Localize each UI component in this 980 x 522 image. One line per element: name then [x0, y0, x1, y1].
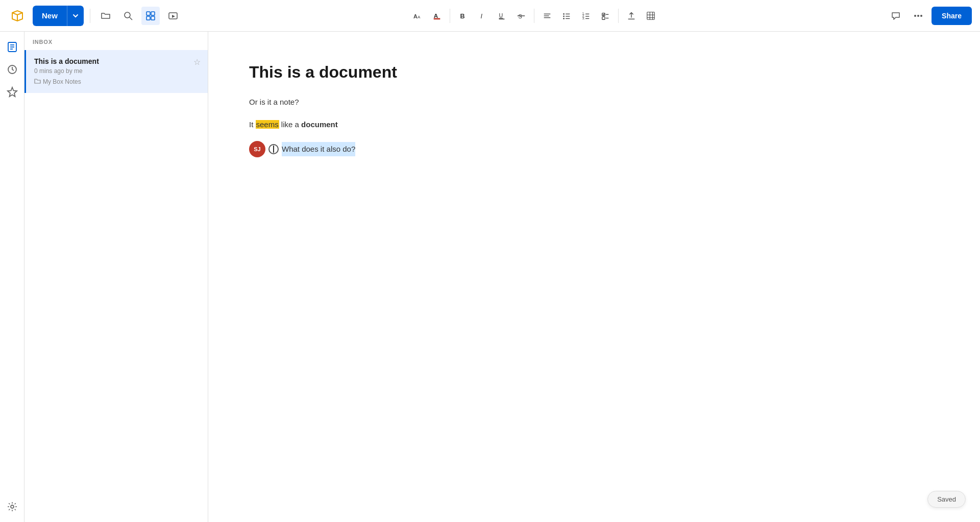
main-area: INBOX This is a document 0 mins ago by m… — [0, 32, 980, 522]
toolbar-left: New — [8, 6, 182, 26]
new-dropdown-button[interactable] — [67, 6, 84, 26]
svg-rect-3 — [146, 12, 150, 15]
svg-point-45 — [914, 15, 916, 17]
folder-button[interactable] — [96, 7, 115, 25]
svg-text:A: A — [418, 14, 421, 19]
text-cursor — [273, 146, 274, 153]
new-button[interactable]: New — [33, 6, 67, 26]
user-avatar: SJ — [249, 141, 265, 157]
note-meta: 0 mins ago by me — [34, 67, 200, 75]
svg-rect-36 — [602, 16, 605, 19]
note-location: My Box Notes — [34, 78, 200, 86]
more-options-button[interactable] — [909, 7, 927, 25]
formatting-toolbar: A A A B I U S — [186, 7, 883, 25]
paragraph-2-bold: document — [301, 120, 338, 129]
svg-point-26 — [564, 18, 565, 19]
svg-text:A: A — [413, 13, 418, 19]
insert-button[interactable] — [623, 7, 640, 25]
svg-text:3.: 3. — [582, 16, 585, 20]
numbered-list-button[interactable]: 1. 2. 3. — [577, 7, 595, 25]
paragraph-2-middle: like a — [279, 120, 301, 129]
bullet-list-button[interactable] — [558, 7, 575, 25]
svg-rect-6 — [151, 16, 155, 20]
align-button[interactable] — [538, 7, 556, 25]
paragraph-2-prefix: It — [249, 120, 256, 129]
underline-button[interactable]: U — [493, 7, 510, 25]
svg-text:A: A — [434, 12, 438, 18]
format-divider-2 — [534, 9, 534, 23]
note-star-icon[interactable]: ☆ — [193, 57, 201, 67]
italic-button[interactable]: I — [474, 7, 491, 25]
svg-marker-53 — [8, 87, 17, 97]
font-size-button[interactable]: A A — [409, 7, 426, 25]
paragraph-2-highlight: seems — [256, 120, 279, 129]
sidebar-item-starred[interactable] — [3, 83, 21, 101]
comment-button[interactable] — [887, 7, 905, 25]
font-color-button[interactable]: A — [428, 7, 446, 25]
bold-button[interactable]: B — [454, 7, 472, 25]
svg-point-22 — [564, 13, 565, 15]
icon-sidebar — [0, 32, 24, 522]
paragraph-2: It seems like a document — [249, 118, 939, 131]
document-title: This is a document — [249, 62, 939, 82]
svg-point-47 — [920, 15, 922, 17]
svg-point-24 — [564, 15, 565, 17]
new-button-group: New — [33, 6, 84, 26]
sidebar-item-recent[interactable] — [3, 60, 21, 79]
svg-text:U: U — [499, 12, 503, 18]
note-title: This is a document — [34, 57, 200, 65]
toolbar-right: Share — [887, 7, 972, 25]
folder-small-icon — [34, 78, 41, 86]
svg-point-54 — [11, 505, 14, 508]
saved-badge: Saved — [927, 491, 966, 508]
svg-rect-40 — [647, 12, 654, 19]
svg-point-1 — [125, 12, 130, 18]
note-location-text: My Box Notes — [43, 78, 81, 85]
checklist-button[interactable] — [597, 7, 614, 25]
format-divider-1 — [450, 9, 450, 23]
annotation-line: SJ What does it also do? — [249, 141, 939, 157]
annotation-text: What does it also do? — [282, 142, 355, 156]
editor-area[interactable]: This is a document Or is it a note? It s… — [208, 32, 980, 522]
svg-point-46 — [917, 15, 919, 17]
cursor-indicator — [268, 144, 279, 154]
app-logo — [8, 7, 27, 25]
search-button[interactable] — [119, 7, 137, 25]
layout-button[interactable] — [141, 7, 160, 25]
inbox-header: INBOX — [24, 32, 208, 50]
share-button[interactable]: Share — [932, 7, 972, 25]
sidebar-item-settings[interactable] — [3, 497, 21, 516]
svg-text:B: B — [460, 12, 465, 19]
present-button[interactable] — [164, 7, 182, 25]
paragraph-1: Or is it a note? — [249, 96, 939, 108]
notes-sidebar: INBOX This is a document 0 mins ago by m… — [24, 32, 208, 522]
svg-line-2 — [130, 17, 132, 20]
note-item[interactable]: This is a document 0 mins ago by me My B… — [24, 50, 208, 93]
svg-text:I: I — [481, 12, 483, 19]
table-button[interactable] — [642, 7, 659, 25]
document-body: Or is it a note? It seems like a documen… — [249, 96, 939, 157]
svg-rect-5 — [146, 16, 150, 20]
svg-rect-12 — [434, 18, 440, 19]
format-divider-3 — [618, 9, 619, 23]
sidebar-item-notes[interactable] — [3, 38, 21, 56]
svg-marker-8 — [172, 15, 175, 18]
main-toolbar: New — [0, 0, 980, 32]
strikethrough-button[interactable]: S — [512, 7, 530, 25]
toolbar-divider-1 — [90, 9, 90, 23]
svg-rect-4 — [151, 12, 155, 15]
